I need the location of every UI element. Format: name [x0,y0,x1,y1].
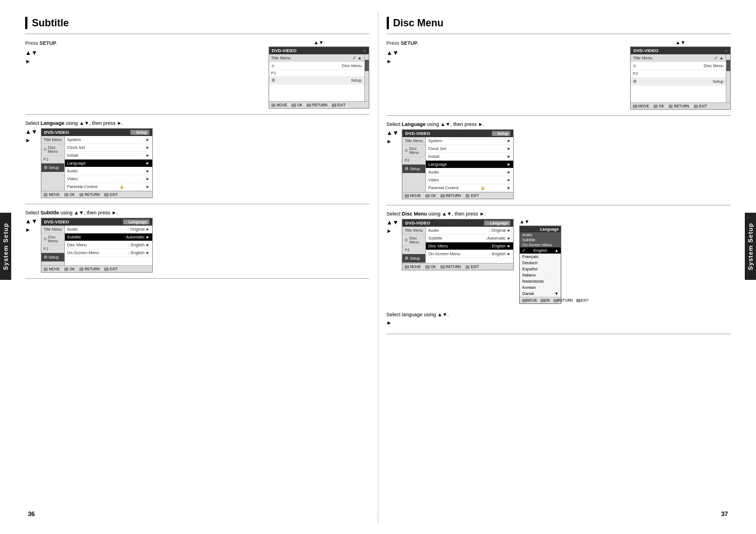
dvd-header-icon-sm: ○ [363,49,365,53]
step1-block: Press SETUP. ▲▼ ► ▲▼ [25,38,369,111]
menu-install: Install ► [65,152,152,160]
dropdown-fk-move: □ [522,299,527,302]
sidebar-disc-label: Disc Menu [48,146,62,153]
key-exit: □ [104,193,109,196]
right-fk-exit: □ [466,194,470,198]
right-video-label: Video [428,177,439,182]
right-lang2-main: Audio : Original ► Subtitle : Automatic … [426,227,513,263]
dropdown-espanol: Español [520,266,561,272]
right-nav-arrows-2: ▲▼ [387,129,399,136]
right-l2-onscreen-val: : English ► [490,251,511,256]
right-setup-body: Title Menu ⊙Disc Menu PJ ⚙Setup [402,137,513,192]
dropdown-fk-return: □ [553,299,558,302]
nav-arrows-3: ▲▼ [25,218,37,224]
dropdown-espanol-label: Español [522,266,537,271]
right-l2-f-exit: □EXIT [466,265,479,269]
section-title-disc-menu: Disc Menu [387,17,731,29]
disc-menu-title-text: Disc Menu [393,17,444,29]
clock-set-label: Clock Set [67,145,85,150]
right-step3-text: Select Disc Menu using ▲▼, then press ►. [387,211,731,217]
dropdown-dansk: Dansk ▼ [520,291,561,297]
dvd-setup-header-left: DVD-VIDEO [44,130,69,135]
right-l2-subtitle: Subtitle : Automatic ► [426,235,513,242]
dropdown-check-english: ✓ [522,248,526,253]
rule-bottom-left [25,278,369,279]
language-label: Language [67,161,86,166]
right-rule-2 [387,115,731,116]
footer-exit-sm: □EXIT [332,103,345,107]
clock-set-arrow: ► [145,145,149,150]
right-step4-text: Select language using ▲▼. [387,312,731,317]
dvd-menu-top-sm: DVD-VIDEO ○ Title Menu ✓ ▲ [269,46,369,109]
disc-icon-sm: ⊙ [271,64,275,68]
right-m-video: Video► [426,176,513,184]
right-audio-label: Audio [428,170,439,175]
menu-item-disc-menu-sm: ⊙ Disc Menu [269,62,364,70]
right-scroll-spacer [726,54,730,60]
page-container: System Setup System Setup Subtitle Press… [0,0,756,534]
dropdown-francais: Français [520,254,561,260]
right-dvd-top-footer: □MOVE □OK □RETURN □EXIT [631,102,730,109]
right-setup-main: System► Clock Set► Install► Language► [426,137,513,192]
lang-subtitle-item-hl: Subtitle : Automatic ► [65,233,152,241]
right-sb-setup-icon: ⚙ [405,166,408,171]
parental-icon: 🔒 [120,185,124,189]
menu-spacer-sm [269,85,364,101]
title-menu-check-sm: ✓ ▲ [353,55,362,60]
dropdown-onscreen-row: On-Screen Menu [520,242,561,247]
right-nav-arrows-1: ▲▼ [387,49,625,56]
right-system-label: System [428,138,442,143]
video-arrow: ► [145,176,149,181]
right-menu-setup: ⚙ Setup [631,78,726,86]
title-menu-label-sm: Title Menu [271,55,291,60]
footer-return-sm: □RETURN [307,103,327,107]
dvd-menu-lang-footer: □MOVE □OK □RETURN □EXIT [41,265,152,272]
dvd-menu-setup-body: Title Menu ⊙ Disc Menu PJ [41,136,152,191]
lang-audio-label: Audio [67,227,78,232]
footer-move: □MOVE [44,193,60,196]
page-num-right: 37 [721,510,728,517]
right-dvd-top-left: DVD-VIDEO [633,48,658,53]
menu-parental: Parental Control 🔒 ► [65,183,152,191]
right-parental-label: Parental Control [428,185,458,190]
right-setup-header: DVD-VIDEO ○ Setup [402,130,513,137]
lang-onscreen-item: On-Screen Menu : English ► [65,249,152,257]
right-sb-disc-icon: ⊙ [405,148,408,153]
dvd-menu-top-sm-footer: □MOVE □OK □RETURN □EXIT [269,101,369,108]
right-nav-arrows-3: ▲▼ [387,219,399,226]
right-l2-disc: ⊙Disc Menu [402,235,425,246]
sidebar-title-label: Title Menu [44,138,62,142]
right-l2-f-return: □RETURN [440,265,461,269]
dvd-menu-top-sm-body: Title Menu ✓ ▲ ⊙ Disc Menu PJ [269,54,369,101]
right-lang2-footer: □MOVE □OK □RETURN □EXIT [402,263,513,270]
right-step3-block: Select Disc Menu using ▲▼, then press ►.… [387,209,731,306]
right-dvd-setup: DVD-VIDEO ○ Setup Title Menu ⊙Disc Menu … [402,129,514,199]
right-menu-pj: PJ [631,70,726,78]
right-audio-arrow: ► [507,170,511,175]
step1-text: Press SETUP. [25,40,263,47]
menu-item-pj-sm: PJ [269,70,364,77]
lang-footer-ok: □OK [64,267,75,271]
dvd-menu-lang-header: DVD-VIDEO ○ Language [41,218,152,226]
system-arrow: ► [145,137,149,142]
right-key-move: □ [633,105,637,108]
right-dvd-lang2: DVD-VIDEO ○ Language Title Menu ⊙Disc Me… [402,219,514,270]
lang-setup-icon: ⚙ [44,255,48,260]
dropdown-header: Language [520,226,561,232]
video-label: Video [67,176,78,181]
audio-label: Audio [67,168,78,174]
right-setup-footer: □MOVE □OK □RETURN □EXIT [402,192,513,199]
dropdown-subtitle-label: Subtitle [522,238,535,242]
lang-audio-item: Audio : Original ► [65,226,152,233]
sidebar-disc-menu: ⊙ Disc Menu [41,144,64,156]
dropdown-container: ▲▼ Language Audio Subtitle On-Screen Men… [519,219,561,304]
right-l2-setup: ⚙Setup [402,254,425,263]
dropdown-f-ok: □OK [541,298,550,302]
dvd-menu-top-sm-header: DVD-VIDEO ○ [269,47,369,54]
dvd-menu-lang-main: Audio : Original ► Subtitle : Automatic … [65,226,152,265]
right-l2-disc-label: Disc Menu [428,243,448,249]
lang-footer-return: □RETURN [79,267,100,271]
lang-subtitle-value: : Automatic ► [124,235,150,240]
lang-title-label: Title Menu [44,227,62,231]
right-video-arrow: ► [507,177,511,182]
